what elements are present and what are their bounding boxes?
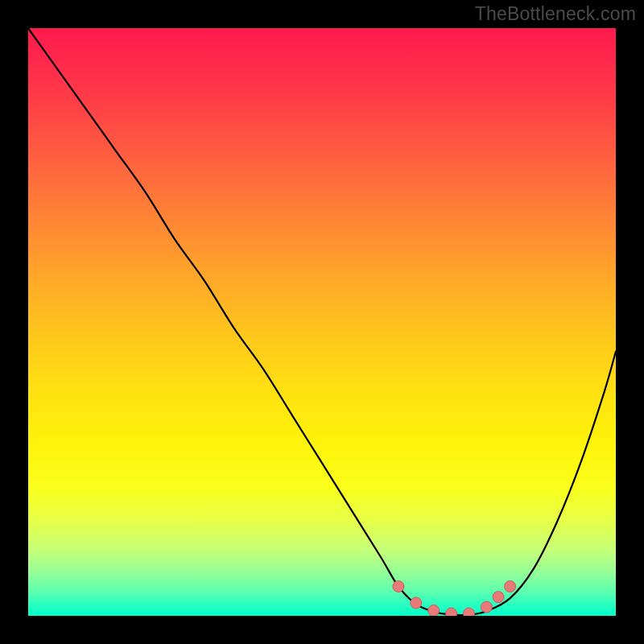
marker-dot	[428, 605, 440, 616]
marker-dot	[393, 581, 404, 592]
watermark-text: TheBottleneck.com	[475, 3, 636, 25]
plot-area	[28, 28, 616, 616]
chart-frame: TheBottleneck.com	[0, 0, 644, 644]
marker-dot	[411, 597, 422, 609]
optimal-range-markers	[28, 28, 616, 616]
marker-dot	[446, 608, 457, 616]
marker-dot	[464, 608, 475, 616]
marker-dot	[493, 592, 504, 603]
bottleneck-curve	[28, 28, 616, 616]
marker-dot	[481, 601, 492, 613]
marker-dot	[505, 581, 516, 592]
